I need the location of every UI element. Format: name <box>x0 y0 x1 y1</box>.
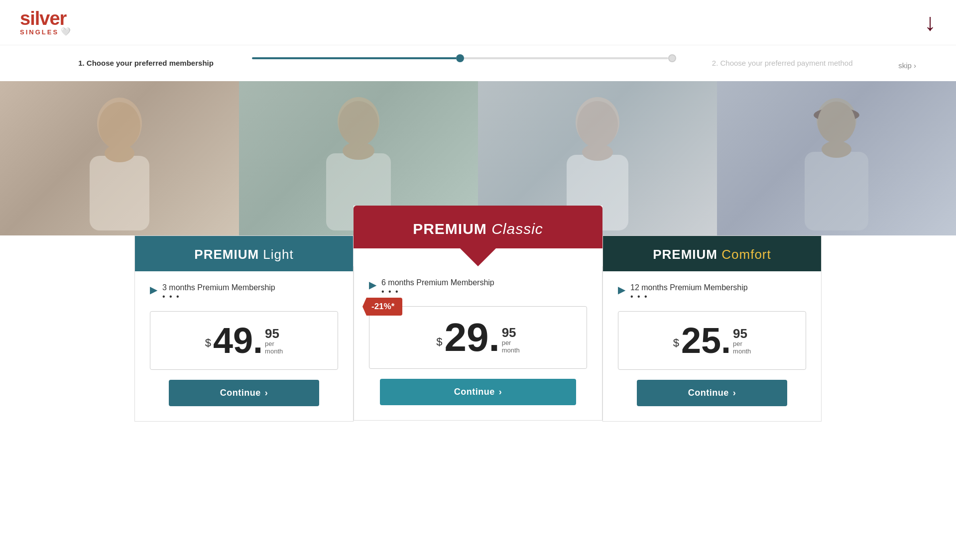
price-currency-classic: $ <box>436 336 442 348</box>
plan-light-title: PREMIUM Light <box>194 247 293 262</box>
logo-heart-icon: 🤍 <box>61 28 72 36</box>
plan-light: PREMIUM Light ▶ 3 months Premium Members… <box>134 235 354 422</box>
plan-light-header: PREMIUM Light <box>135 236 353 271</box>
price-integer-comfort: 25. <box>681 323 731 358</box>
continue-button-light[interactable]: Continue › <box>169 380 319 406</box>
price-decimal-comfort: 95 <box>733 327 747 340</box>
plan-classic-price-box: -21%* $ 29. 95 permonth <box>369 306 587 369</box>
header: silver SINGLES 🤍 ↓ <box>0 0 956 45</box>
plan-comfort-title: PREMIUM Comfort <box>653 247 771 262</box>
price-integer-classic: 29. <box>444 318 499 357</box>
price-integer-light: 49. <box>213 323 263 358</box>
logo-silver-text: silver <box>20 9 66 28</box>
logo: silver SINGLES 🤍 <box>20 9 72 36</box>
price-per-classic: permonth <box>502 339 520 354</box>
photo-woman1 <box>0 81 239 235</box>
plan-classic-title: PREMIUM Classic <box>413 221 543 237</box>
step-2-label: 2. Choose your preferred payment method <box>712 59 853 67</box>
step-2-dot <box>668 54 676 62</box>
price-decimal-group-comfort: 95 permonth <box>733 327 751 355</box>
svg-point-9 <box>577 101 618 148</box>
plan-light-body: ▶ 3 months Premium Membership • • • $ 49… <box>135 271 353 421</box>
price-decimal-classic: 95 <box>502 326 516 339</box>
price-decimal-group-classic: 95 permonth <box>502 326 520 354</box>
plan-light-price-box: $ 49. 95 permonth <box>150 311 338 370</box>
membership-icon-comfort: ▶ <box>618 284 625 296</box>
plan-comfort-membership: ▶ 12 months Premium Membership • • • <box>618 283 806 301</box>
plan-comfort-membership-text: 12 months Premium Membership • • • <box>630 283 748 301</box>
step-1-dot <box>456 54 464 62</box>
step-2: 2. Choose your preferred payment method <box>676 59 888 72</box>
plan-comfort-body: ▶ 12 months Premium Membership • • • $ 2… <box>603 271 821 421</box>
svg-rect-15 <box>805 152 868 230</box>
plan-light-membership: ▶ 3 months Premium Membership • • • <box>150 283 338 301</box>
plan-classic: PREMIUM Classic ▶ 6 months Premium Membe… <box>354 206 602 421</box>
plan-comfort-price-box: $ 25. 95 permonth <box>618 311 806 370</box>
price-currency-comfort: $ <box>673 336 679 349</box>
price-decimal-light: 95 <box>265 327 279 340</box>
svg-point-1 <box>99 102 140 150</box>
plan-classic-membership: ▶ 6 months Premium Membership • • • <box>369 278 587 296</box>
track-left-fill <box>252 57 456 59</box>
step-1: 1. Choose your preferred membership <box>40 59 252 72</box>
skip-link[interactable]: skip › <box>888 61 916 70</box>
price-decimal-group-light: 95 permonth <box>265 327 283 355</box>
progress-bar: 1. Choose your preferred membership 2. C… <box>0 45 956 81</box>
continue-button-comfort[interactable]: Continue › <box>637 380 787 406</box>
photo-man2 <box>717 81 956 235</box>
plan-light-membership-text: 3 months Premium Membership • • • <box>162 283 275 301</box>
membership-icon-classic: ▶ <box>369 279 376 291</box>
membership-icon-light: ▶ <box>150 284 157 296</box>
discount-badge: -21%* <box>362 298 402 316</box>
plan-classic-membership-text: 6 months Premium Membership • • • <box>381 278 494 296</box>
progress-track <box>252 54 676 62</box>
down-arrow-icon: ↓ <box>924 10 936 34</box>
plan-classic-body: ▶ 6 months Premium Membership • • • -21%… <box>354 266 602 421</box>
svg-point-14 <box>818 102 855 143</box>
svg-rect-2 <box>90 156 149 230</box>
plan-comfort-header: PREMIUM Comfort <box>603 236 821 271</box>
svg-point-3 <box>105 144 134 162</box>
plan-classic-header: PREMIUM Classic <box>354 206 602 248</box>
price-per-light: permonth <box>265 340 283 355</box>
price-currency-light: $ <box>205 336 211 349</box>
svg-point-7 <box>343 142 374 160</box>
continue-button-classic[interactable]: Continue › <box>380 379 576 405</box>
price-per-comfort: permonth <box>733 340 751 355</box>
step-1-label: 1. Choose your preferred membership <box>78 59 214 67</box>
logo-singles-text: SINGLES 🤍 <box>20 28 72 36</box>
svg-point-5 <box>339 101 378 146</box>
svg-point-16 <box>822 141 851 158</box>
plan-comfort: PREMIUM Comfort ▶ 12 months Premium Memb… <box>602 235 822 422</box>
classic-arrow-decoration <box>460 248 496 266</box>
track-right-empty <box>464 57 668 59</box>
plans-container: PREMIUM Light ▶ 3 months Premium Members… <box>0 235 956 422</box>
svg-point-11 <box>582 144 613 161</box>
